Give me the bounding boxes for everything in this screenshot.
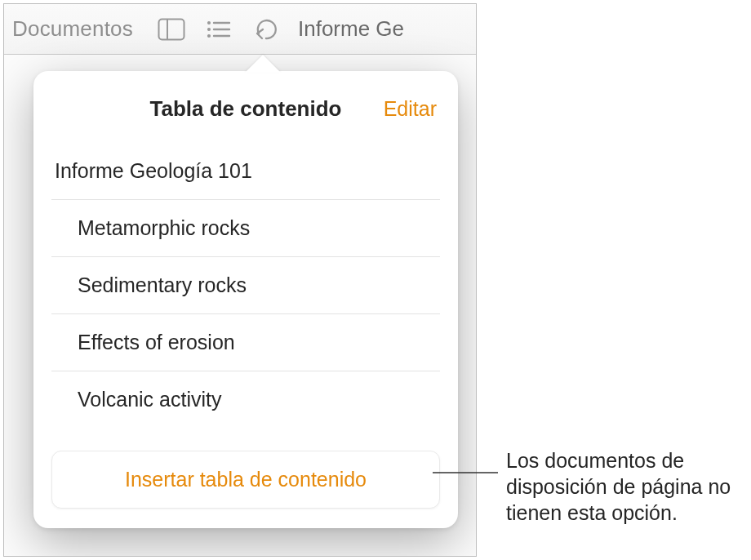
toc-item[interactable]: Metamorphic rocks <box>51 200 440 257</box>
svg-rect-0 <box>158 19 184 39</box>
toc-icon[interactable] <box>195 18 242 41</box>
toc-item[interactable]: Informe Geología 101 <box>51 143 440 200</box>
undo-icon[interactable] <box>242 17 290 42</box>
documents-back-label[interactable]: Documentos <box>12 16 133 42</box>
insert-toc-button[interactable]: Insertar tabla de contenido <box>51 451 440 509</box>
toc-item[interactable]: Volcanic activity <box>51 371 440 428</box>
app-frame: Documentos Informe Ge <box>3 3 477 557</box>
svg-point-6 <box>207 33 211 37</box>
svg-point-4 <box>207 27 211 30</box>
toolbar: Documentos Informe Ge <box>4 4 476 55</box>
svg-point-2 <box>207 20 211 24</box>
edit-button[interactable]: Editar <box>384 97 437 121</box>
toc-item[interactable]: Effects of erosion <box>51 314 440 371</box>
document-title: Informe Ge <box>298 16 404 42</box>
popover-header: Tabla de contenido Editar <box>51 91 440 127</box>
popover-arrow <box>245 55 281 73</box>
popover-title: Tabla de contenido <box>150 96 342 122</box>
toc-popover: Tabla de contenido Editar Informe Geolog… <box>33 71 458 528</box>
toc-list: Informe Geología 101 Metamorphic rocks S… <box>51 143 440 428</box>
toc-item[interactable]: Sedimentary rocks <box>51 257 440 314</box>
sidebar-toggle-icon[interactable] <box>148 18 195 41</box>
callout-text: Los documentos de disposición de página … <box>506 447 743 526</box>
